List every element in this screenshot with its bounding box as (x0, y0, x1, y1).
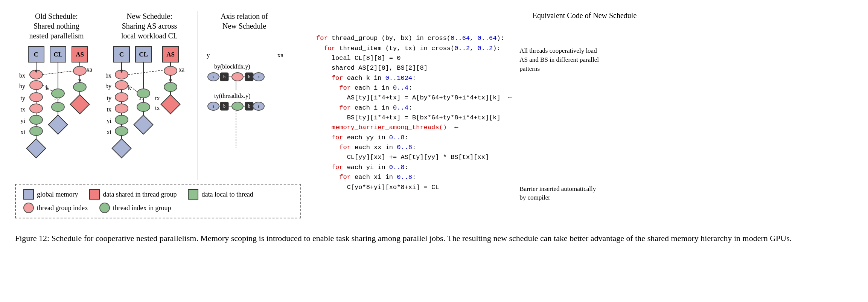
figure-area: Old Schedule:Shared nothingnested parall… (15, 8, 853, 222)
svg-text:yi: yi (21, 117, 26, 124)
annotations-column: All threads cooperatively load AS and BS… (519, 24, 602, 202)
legend-global-memory-label: global memory (37, 191, 78, 198)
svg-text:tx: tx (155, 105, 160, 111)
svg-text:xa: xa (277, 52, 284, 59)
legend-thread-group-label: thread group index (37, 204, 88, 212)
old-schedule-title: Old Schedule:Shared nothingnested parall… (29, 11, 84, 41)
legend-local-data-icon (188, 189, 198, 200)
annotation-2: Barrier inserted automatically by compil… (519, 185, 602, 203)
divider-2 (198, 11, 198, 180)
divider-1 (101, 11, 101, 180)
svg-text:tx: tx (21, 106, 25, 113)
new-schedule-diagram: New Schedule:Sharing AS acrosslocal work… (104, 11, 195, 180)
svg-text:tx: tx (107, 106, 111, 113)
legend-thread-index-label: thread index in group (113, 204, 171, 212)
svg-text:xa: xa (179, 66, 184, 73)
svg-rect-31 (27, 139, 46, 158)
svg-text:ty(threadIdx.y): ty(threadIdx.y) (214, 93, 250, 99)
svg-point-68 (115, 104, 128, 113)
legend-thread-group-index: thread group index (23, 203, 88, 213)
svg-text:s: s (213, 104, 215, 109)
legend-row-1: global memory data shared in thread grou… (23, 189, 293, 200)
annotation-1: All threads cooperatively load AS and BS… (519, 46, 602, 73)
svg-text:b: b (248, 104, 250, 109)
svg-text:y: y (207, 52, 210, 59)
svg-point-73 (115, 115, 128, 124)
svg-point-35 (52, 102, 64, 111)
legend-thread-index-icon (99, 203, 110, 213)
svg-point-80 (137, 89, 150, 98)
svg-text:b: b (248, 74, 250, 79)
main-container: Old Schedule:Shared nothingnested parall… (15, 8, 853, 244)
svg-text:s: s (213, 74, 215, 79)
legend-box: global memory data shared in thread grou… (15, 184, 301, 218)
svg-rect-44 (70, 95, 90, 114)
svg-text:xa: xa (87, 66, 92, 73)
annotation-1-text: All threads cooperatively load AS and BS… (519, 46, 602, 73)
new-schedule-svg: C CL AS bx by (106, 44, 193, 180)
svg-marker-41 (78, 79, 81, 82)
svg-text:by(blockIdx.y): by(blockIdx.y) (214, 63, 250, 70)
legend-global-memory: global memory (23, 189, 78, 200)
svg-text:yi: yi (107, 117, 112, 124)
code-and-annotations: for thread_group (by, bx) in cross(0..64… (316, 24, 853, 202)
svg-point-26 (30, 115, 43, 124)
svg-text:CL: CL (139, 51, 148, 58)
svg-text:s: s (258, 74, 260, 79)
svg-text:by: by (106, 83, 111, 90)
svg-text:AS: AS (166, 51, 175, 58)
svg-text:b: b (223, 74, 225, 79)
old-schedule-svg: C CL AS bx xa by (17, 44, 96, 180)
svg-point-33 (52, 89, 64, 98)
svg-rect-78 (112, 139, 131, 158)
svg-point-22 (30, 104, 43, 113)
svg-diagram-row: Old Schedule:Shared nothingnested parall… (15, 11, 309, 180)
svg-point-100 (232, 73, 243, 81)
legend-thread-index: thread index in group (99, 203, 171, 213)
figure-caption: Figure 12: Schedule for cooperative nest… (15, 228, 853, 244)
legend-shared-data-icon (89, 189, 100, 200)
svg-rect-84 (134, 115, 153, 134)
svg-rect-92 (161, 95, 180, 114)
svg-text:bx: bx (19, 72, 25, 79)
axis-svg: y xa by(blockIdx.y) s b b s (203, 35, 286, 170)
code-block: for thread_group (by, bx) in cross(0..64… (316, 24, 512, 202)
svg-text:C: C (34, 51, 38, 58)
svg-text:b: b (223, 104, 225, 109)
code-title: Equivalent Code of New Schedule (316, 11, 853, 20)
legend-shared-data: data shared in thread group (89, 189, 177, 200)
svg-point-39 (73, 66, 86, 75)
svg-line-55 (128, 70, 164, 75)
code-section: Equivalent Code of New Schedule for thre… (309, 11, 853, 202)
svg-text:ty: ty (21, 95, 25, 102)
svg-text:CL: CL (53, 51, 62, 58)
svg-text:by: by (19, 83, 25, 90)
svg-text:xi: xi (21, 129, 26, 135)
svg-text:ty: ty (107, 95, 111, 102)
svg-rect-37 (49, 115, 68, 134)
svg-point-62 (115, 93, 128, 102)
svg-point-57 (115, 81, 128, 90)
svg-text:xi: xi (107, 129, 112, 135)
svg-point-82 (137, 102, 150, 111)
legend-local-data: data local to thread (188, 189, 253, 200)
svg-text:bx: bx (106, 72, 111, 79)
legend-row-2: thread group index thread index in group (23, 203, 293, 213)
svg-text:AS: AS (76, 51, 84, 58)
svg-point-18 (30, 93, 43, 102)
svg-point-11 (30, 81, 43, 90)
svg-text:C: C (119, 51, 124, 58)
legend-shared-data-label: data shared in thread group (103, 191, 177, 198)
axis-title: Axis relation ofNew Schedule (221, 11, 268, 31)
svg-point-42 (73, 82, 86, 92)
svg-marker-89 (169, 79, 172, 82)
annotation-2-text: Barrier inserted automatically by compil… (519, 185, 602, 203)
legend-global-memory-icon (23, 189, 34, 200)
svg-point-76 (115, 127, 128, 136)
legend-local-data-label: data local to thread (201, 191, 253, 198)
old-schedule-diagram: Old Schedule:Shared nothingnested parall… (15, 11, 98, 180)
legend-thread-group-icon (23, 203, 34, 213)
svg-point-29 (30, 127, 43, 136)
svg-point-87 (164, 66, 177, 75)
new-schedule-title: New Schedule:Sharing AS acrosslocal work… (121, 11, 178, 41)
